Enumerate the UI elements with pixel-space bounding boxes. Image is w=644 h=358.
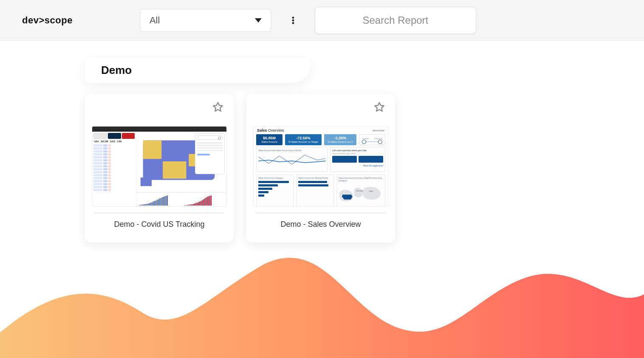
thumb-stat-2: 1.8%: [117, 140, 121, 143]
us-highlight-icon: [342, 193, 353, 201]
report-cards: USA 163,790 3,013 1.8%: [85, 94, 644, 242]
workspace-filter-select[interactable]: All: [140, 9, 271, 32]
logo-glyph: >: [39, 15, 44, 26]
logo-text-right: scope: [45, 15, 73, 26]
kpi-label: Sales Amount: [261, 141, 277, 143]
svg-point-1: [292, 19, 294, 21]
kpi-value: -72.58%: [288, 136, 318, 141]
favorite-button[interactable]: [373, 101, 386, 113]
box-title: Sales Amount by Category: [258, 177, 291, 179]
logo-text-left: dev: [22, 15, 39, 26]
svg-rect-5: [163, 161, 186, 179]
line-chart-icon: [258, 152, 325, 169]
report-thumbnail: USA 163,790 3,013 1.8%: [92, 126, 227, 207]
thumb-stat-country: USA: [94, 140, 99, 143]
geo-label: Asia: [369, 190, 373, 192]
decorative-wave: [0, 248, 644, 358]
report-caption: Demo - Sales Overview: [253, 213, 388, 237]
thumb-brand: devscope: [373, 129, 384, 132]
box-title: Sales Amount and Sales Amount by/vs Mont…: [258, 149, 325, 152]
brand-logo: dev > scope: [22, 15, 73, 26]
kpi-label: % Sales Amount vs Target: [288, 141, 318, 143]
app-header: dev > scope All: [0, 0, 644, 41]
star-outline-icon: [373, 101, 386, 113]
report-card[interactable]: Sales Overview devscope $6.85MSales Amou…: [246, 94, 395, 242]
search-input[interactable]: [315, 7, 476, 34]
section-title: Demo: [101, 64, 132, 77]
box-title: Sales Amount by Buying Group: [298, 177, 331, 179]
box-subtitle: Try one of these to get started: [332, 152, 383, 155]
more-options-button[interactable]: [286, 10, 300, 31]
chevron-down-icon: [255, 18, 262, 23]
kpi-label: % Sales Amount vs LY: [328, 141, 353, 143]
thumb-stat-1: 3,013: [110, 140, 116, 143]
box-title: Sales Amount by Country, State/Province …: [339, 177, 383, 182]
page-content: Demo USA 163,790: [0, 41, 644, 242]
thumb-title-a: Sales: [257, 128, 267, 132]
filter-selected-label: All: [150, 15, 160, 26]
thumb-title-b: Overview: [268, 128, 284, 132]
report-thumbnail: Sales Overview devscope $6.85MSales Amou…: [253, 126, 388, 207]
svg-point-0: [292, 17, 294, 19]
report-caption: Demo - Covid US Tracking: [92, 213, 227, 237]
svg-rect-4: [143, 141, 162, 159]
star-outline-icon: [212, 101, 224, 113]
section-header: Demo: [85, 58, 310, 83]
thumb-stat-0: 163,790: [101, 140, 108, 143]
search-box[interactable]: [315, 7, 476, 34]
slider-from: 1/1/2018: [362, 138, 369, 140]
slider-to: 12/31/2020: [374, 138, 382, 140]
box-link: Show all suggestions: [332, 164, 383, 167]
svg-point-2: [292, 22, 294, 24]
geo-label: Europe: [356, 189, 363, 192]
kpi-value: -1.26%: [328, 136, 353, 141]
kpi-value: $6.85M: [260, 136, 279, 141]
report-card[interactable]: USA 163,790 3,013 1.8%: [85, 94, 234, 242]
kebab-icon: [288, 13, 298, 28]
box-title: Let's ask a question about your data: [332, 149, 383, 152]
favorite-button[interactable]: [212, 101, 224, 113]
svg-rect-8: [141, 178, 152, 186]
